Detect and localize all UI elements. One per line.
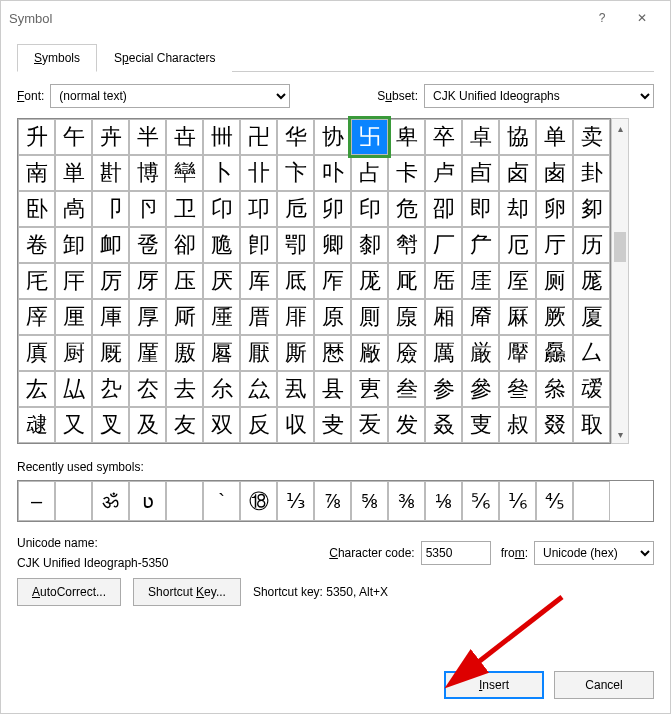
symbol-cell[interactable]: 厇 (18, 263, 55, 299)
cancel-button[interactable]: Cancel (554, 671, 654, 699)
symbol-cell[interactable]: 升 (18, 119, 55, 155)
recent-cell[interactable]: ⅙ (499, 481, 536, 521)
symbol-cell[interactable]: 卌 (203, 119, 240, 155)
symbol-cell[interactable]: 卪 (129, 191, 166, 227)
grid-scrollbar[interactable]: ▴ ▾ (611, 118, 629, 444)
symbol-cell[interactable]: 厣 (462, 299, 499, 335)
symbol-cell[interactable]: 協 (499, 119, 536, 155)
symbol-cell[interactable]: 厛 (166, 299, 203, 335)
symbol-cell[interactable]: 卵 (536, 191, 573, 227)
symbol-cell[interactable]: 厦 (573, 299, 610, 335)
symbol-cell[interactable]: 卝 (240, 155, 277, 191)
help-button[interactable]: ? (582, 2, 622, 34)
recent-cell[interactable] (166, 481, 203, 521)
symbol-cell[interactable]: 厞 (277, 299, 314, 335)
symbol-cell[interactable]: 卸 (55, 227, 92, 263)
symbol-cell[interactable]: 厱 (388, 335, 425, 371)
symbol-cell[interactable]: 厧 (18, 335, 55, 371)
symbol-cell[interactable]: 厎 (277, 263, 314, 299)
symbol-cell[interactable]: 卡 (388, 155, 425, 191)
symbol-cell[interactable]: 单 (536, 119, 573, 155)
symbol-cell[interactable]: 厳 (462, 335, 499, 371)
symbol-cell[interactable]: 卋 (166, 119, 203, 155)
symbol-cell[interactable]: 叒 (425, 407, 462, 443)
symbol-cell[interactable]: 原 (314, 299, 351, 335)
symbol-cell[interactable]: 叕 (536, 407, 573, 443)
autocorrect-button[interactable]: AutoCorrect... (17, 578, 121, 606)
symbol-cell[interactable]: 卑 (388, 119, 425, 155)
symbol-cell[interactable]: 厏 (314, 263, 351, 299)
recent-cell[interactable]: ⅝ (351, 481, 388, 521)
symbol-cell[interactable]: 协 (314, 119, 351, 155)
symbol-cell[interactable]: 卍 (240, 119, 277, 155)
symbol-cell[interactable]: 叏 (314, 407, 351, 443)
symbol-cell[interactable]: 厉 (92, 263, 129, 299)
recent-cell[interactable]: – (18, 481, 55, 521)
symbol-cell[interactable]: 厵 (536, 335, 573, 371)
symbol-cell[interactable]: 叔 (499, 407, 536, 443)
symbol-cell[interactable]: 卣 (462, 155, 499, 191)
symbol-cell[interactable]: 卖 (573, 119, 610, 155)
recent-cell[interactable] (573, 481, 610, 521)
symbol-cell[interactable]: 厅 (536, 227, 573, 263)
symbol-cell[interactable]: 厰 (351, 335, 388, 371)
symbol-cell[interactable]: 叄 (499, 371, 536, 407)
symbol-cell[interactable]: 厩 (92, 335, 129, 371)
symbol-cell[interactable]: 卲 (425, 191, 462, 227)
symbol-cell[interactable]: 厯 (314, 335, 351, 371)
symbol-cell[interactable]: 叇 (18, 407, 55, 443)
symbol-cell[interactable]: 反 (240, 407, 277, 443)
symbol-cell[interactable]: 南 (18, 155, 55, 191)
symbol-cell[interactable]: 卥 (536, 155, 573, 191)
recent-cell[interactable]: ⅛ (425, 481, 462, 521)
symbol-cell[interactable]: 叀 (351, 371, 388, 407)
symbol-cell[interactable]: 厚 (129, 299, 166, 335)
symbol-cell[interactable]: 友 (166, 407, 203, 443)
symbol-cell[interactable]: 厌 (203, 263, 240, 299)
tab-symbols[interactable]: Symbols (17, 44, 97, 72)
symbol-cell[interactable]: 厫 (166, 335, 203, 371)
symbol-cell[interactable]: 卐 (351, 119, 388, 155)
symbol-cell[interactable]: 厔 (499, 263, 536, 299)
symbol-cell[interactable]: 卾 (277, 227, 314, 263)
symbol-cell[interactable]: 厾 (277, 371, 314, 407)
symbol-cell[interactable]: 卒 (425, 119, 462, 155)
symbol-cell[interactable]: 又 (55, 407, 92, 443)
symbol-cell[interactable]: 厄 (499, 227, 536, 263)
symbol-cell[interactable]: 卧 (18, 191, 55, 227)
symbol-cell[interactable]: 华 (277, 119, 314, 155)
symbol-cell[interactable]: 卮 (277, 191, 314, 227)
symbol-cell[interactable]: 卨 (55, 191, 92, 227)
symbol-cell[interactable]: 卶 (573, 191, 610, 227)
recent-cell[interactable]: ⅜ (388, 481, 425, 521)
symbol-cell[interactable]: 双 (203, 407, 240, 443)
symbol-cell[interactable]: 参 (425, 371, 462, 407)
symbol-cell[interactable]: 发 (388, 407, 425, 443)
symbol-cell[interactable]: 厊 (129, 263, 166, 299)
symbol-cell[interactable]: 厝 (240, 299, 277, 335)
subset-select[interactable]: CJK Unified Ideographs (424, 84, 654, 108)
symbol-cell[interactable]: 半 (129, 119, 166, 155)
symbol-cell[interactable]: 厡 (388, 299, 425, 335)
symbol-cell[interactable]: 卬 (203, 191, 240, 227)
symbol-cell[interactable]: 取 (573, 407, 610, 443)
symbol-cell[interactable]: 厲 (425, 335, 462, 371)
symbol-cell[interactable]: 厓 (462, 263, 499, 299)
symbol-cell[interactable]: 博 (129, 155, 166, 191)
symbol-cell[interactable]: 厶 (573, 335, 610, 371)
tab-special-characters[interactable]: Special Characters (97, 44, 232, 72)
symbol-cell[interactable]: 卜 (203, 155, 240, 191)
recent-cell[interactable]: ⑱ (240, 481, 277, 521)
symbol-cell[interactable]: 厗 (18, 299, 55, 335)
recent-cell[interactable] (55, 481, 92, 521)
shortcut-key-button[interactable]: Shortcut Key... (133, 578, 241, 606)
scroll-down-icon[interactable]: ▾ (612, 425, 628, 443)
scroll-up-icon[interactable]: ▴ (612, 119, 628, 137)
symbol-cell[interactable]: 印 (351, 191, 388, 227)
from-select[interactable]: Unicode (hex) (534, 541, 654, 565)
recent-cell[interactable]: ⅞ (314, 481, 351, 521)
symbol-cell[interactable]: 县 (314, 371, 351, 407)
symbol-cell[interactable]: 叅 (536, 371, 573, 407)
close-button[interactable]: ✕ (622, 2, 662, 34)
symbol-cell[interactable]: 厍 (240, 263, 277, 299)
